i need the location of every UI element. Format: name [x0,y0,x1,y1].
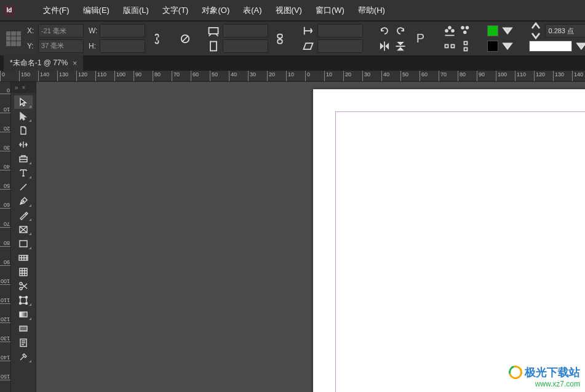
svg-point-19 [23,201,24,202]
ruler-h-tick: 100 [496,71,507,81]
rotate-cw-icon[interactable] [378,24,391,38]
menu-help[interactable]: 帮助(H) [352,2,391,18]
ruler-v-tick: 40 [0,158,10,170]
document-tab[interactable]: *未命名-1 @ 77% × [4,55,83,71]
y-input[interactable]: 37 毫米 [38,39,84,53]
menu-view[interactable]: 视图(V) [269,2,308,18]
ruler-h-tick: 30 [248,71,256,81]
align-2-icon[interactable] [459,24,472,38]
reference-point[interactable] [5,30,22,47]
ruler-h-tick: 90 [477,71,485,81]
home-button[interactable] [16,3,28,17]
tab-title: *未命名-1 @ 77% [10,58,68,68]
ruler-h-tick: 40 [229,71,237,81]
flip-v-icon[interactable] [394,39,407,53]
svg-point-29 [20,303,22,305]
table-wide-tool[interactable] [14,251,33,265]
align-1-icon[interactable] [443,24,456,38]
rectangle-tool[interactable] [14,237,33,250]
x-label: X: [27,26,36,35]
w-label: W: [89,26,97,35]
stroke-style-dd-icon[interactable] [575,39,585,53]
pen-tool[interactable] [14,194,33,208]
svg-rect-23 [20,268,27,276]
document-page[interactable] [313,89,585,392]
stroke-weight-input[interactable]: 0.283 点 [545,24,585,38]
free-transform-tool[interactable] [14,294,33,307]
paragraph-style-icon[interactable]: P [412,26,428,51]
menu-object[interactable]: 对象(O) [196,2,236,18]
ruler-h-tick: 80 [153,71,161,81]
menu-window[interactable]: 窗口(W) [309,2,351,18]
menu-file[interactable]: 文件(F) [37,2,76,18]
ruler-h-tick: 60 [191,71,199,81]
ruler-h-tick: 60 [420,71,428,81]
tab-close-button[interactable]: × [73,59,77,68]
stroke-stepper-icon[interactable] [529,24,543,38]
menu-type[interactable]: 文字(T) [156,2,195,18]
pencil-tool[interactable] [14,209,33,222]
svg-rect-21 [20,241,27,247]
document-tab-bar: *未命名-1 @ 77% × [0,56,585,71]
h-input[interactable] [100,39,145,53]
ruler-h-tick: 150 [19,71,30,81]
rotate-input[interactable] [317,24,363,38]
constrain-wh-icon[interactable] [150,32,164,46]
canvas[interactable] [36,82,585,392]
shear-input[interactable] [317,39,363,53]
work-area: 0102030405060708090100110120130140150160… [0,82,585,392]
ruler-v-tick: 120 [0,311,10,323]
fill-swatch[interactable] [487,25,498,36]
scale-x-input[interactable] [223,24,268,38]
content-collector-tool[interactable] [14,152,33,166]
fill-dd-icon[interactable] [501,24,514,38]
svg-point-25 [20,287,22,290]
table-tool2[interactable] [14,265,33,279]
ruler-vertical: 0102030405060708090100110120130140150160 [0,82,11,392]
page-tool[interactable] [14,124,33,137]
svg-point-27 [20,297,22,298]
eyedropper-tool[interactable] [14,350,33,364]
gap-tool[interactable] [14,138,33,151]
h-label: H: [89,42,97,50]
menu-table[interactable]: 表(A) [237,2,268,18]
svg-rect-13 [464,41,468,44]
type-tool[interactable] [14,166,33,180]
ruler-h-tick: 100 [114,71,125,81]
panel-close-icon[interactable]: × [22,84,26,91]
ruler-h-tick: 50 [210,71,218,81]
rotate-ccw-icon[interactable] [394,24,407,38]
no-style-icon[interactable] [178,32,192,46]
note-tool[interactable] [14,336,33,350]
gradient-feather-tool[interactable] [14,322,33,335]
flip-h-icon[interactable] [378,39,391,53]
direct-selection-tool[interactable] [14,110,33,123]
selection-tool[interactable] [14,95,33,109]
constrain-scale-icon[interactable] [273,32,287,46]
scissors-tool[interactable] [14,279,33,293]
svg-point-5 [446,30,448,32]
ruler-h-tick: 10 [286,71,294,81]
line-tool[interactable] [14,180,33,194]
align-4-icon[interactable] [459,39,472,53]
scale-y-input[interactable] [223,39,268,53]
ruler-h-tick: 20 [267,71,275,81]
ruler-v-tick: 30 [0,139,10,151]
stroke-swatch[interactable] [487,41,498,52]
gradient-swatch-tool[interactable] [14,308,33,321]
menu-edit[interactable]: 编辑(E) [77,2,116,18]
menu-layout[interactable]: 版面(L) [117,2,155,18]
rotate-icon [301,24,315,38]
rectangle-frame-tool[interactable] [14,223,33,236]
svg-point-10 [464,31,466,34]
w-input[interactable] [100,24,145,38]
ruler-h-tick: 110 [95,71,106,81]
ruler-h-tick: 140 [572,71,583,81]
svg-rect-4 [278,39,283,43]
stroke-style-swatch[interactable] [529,41,572,52]
ruler-h-tick: 0 [305,71,310,81]
x-input[interactable]: -21 毫米 [38,24,84,38]
panel-collapse[interactable]: » × [11,82,36,93]
align-3-icon[interactable] [443,39,456,53]
stroke-dd-icon[interactable] [501,39,514,53]
